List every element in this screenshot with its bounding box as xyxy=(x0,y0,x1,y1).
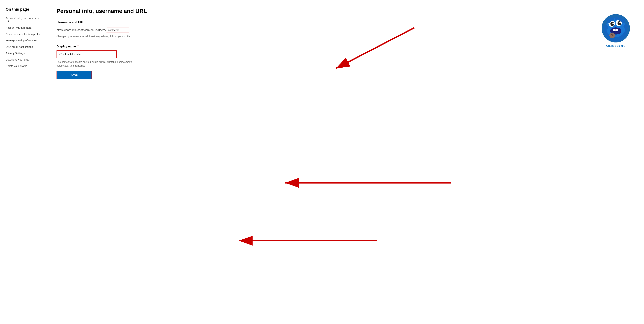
avatar-circle xyxy=(602,14,630,43)
sidebar-item-personal-info[interactable]: Personal info, username and URL xyxy=(6,17,42,23)
page-heading: Personal info, username and URL xyxy=(56,8,634,14)
sidebar-item-download-data[interactable]: Download your data xyxy=(6,58,42,61)
sidebar-item-account-management[interactable]: Account Management xyxy=(6,26,42,29)
sidebar-item-connected-cert[interactable]: Connected certification profile xyxy=(6,33,42,36)
sidebar-link-privacy-settings[interactable]: Privacy Settings xyxy=(6,52,25,55)
svg-rect-9 xyxy=(613,29,616,31)
change-picture-link[interactable]: Change picture xyxy=(606,44,626,47)
svg-point-21 xyxy=(624,24,628,29)
save-button[interactable]: Save xyxy=(56,71,92,79)
sidebar-item-email-prefs[interactable]: Manage email preferences xyxy=(6,39,42,42)
display-name-hint: The name that appears on your public pro… xyxy=(56,60,141,68)
sidebar-link-connected-cert[interactable]: Connected certification profile xyxy=(6,33,41,36)
avatar-image xyxy=(602,15,629,42)
svg-point-11 xyxy=(610,33,615,38)
display-name-input[interactable] xyxy=(56,50,116,58)
svg-point-13 xyxy=(612,35,614,36)
svg-point-7 xyxy=(620,22,621,23)
svg-point-16 xyxy=(610,17,614,21)
sidebar: On this page Personal info, username and… xyxy=(0,0,46,324)
main-content: Personal info, username and URL Username… xyxy=(46,0,644,324)
sidebar-item-qa-notifications[interactable]: Q&A email notifications xyxy=(6,45,42,49)
svg-point-4 xyxy=(610,22,614,26)
svg-point-20 xyxy=(603,25,608,30)
username-hint: Changing your username will break any ex… xyxy=(56,35,145,38)
avatar-area: Change picture xyxy=(602,14,630,47)
username-input[interactable] xyxy=(106,27,129,33)
svg-point-14 xyxy=(612,34,613,35)
sidebar-item-delete-profile[interactable]: Delete your profile xyxy=(6,64,42,68)
username-section-label: Username and URL xyxy=(56,21,634,24)
svg-point-5 xyxy=(618,21,622,25)
svg-point-15 xyxy=(606,19,611,23)
username-section: Username and URL https://learn.microsoft… xyxy=(56,21,634,38)
sidebar-nav: Personal info, username and URL Account … xyxy=(6,17,42,68)
sidebar-link-personal-info[interactable]: Personal info, username and URL xyxy=(6,17,40,23)
svg-point-19 xyxy=(621,19,626,23)
sidebar-link-account-management[interactable]: Account Management xyxy=(6,26,32,29)
url-prefix: https://learn.microsoft.com/en-us/users/ xyxy=(56,29,106,32)
sidebar-title: On this page xyxy=(6,7,42,12)
url-row: https://learn.microsoft.com/en-us/users/ xyxy=(56,27,634,33)
sidebar-link-download-data[interactable]: Download your data xyxy=(6,58,29,61)
svg-point-6 xyxy=(612,23,614,24)
svg-rect-10 xyxy=(616,29,618,31)
sidebar-link-qa-notifications[interactable]: Q&A email notifications xyxy=(6,45,33,48)
display-name-label: Display name * xyxy=(56,45,634,48)
sidebar-item-privacy-settings[interactable]: Privacy Settings xyxy=(6,52,42,55)
display-name-section: Display name * The name that appears on … xyxy=(56,45,634,79)
svg-point-17 xyxy=(614,17,618,20)
display-name-input-wrap xyxy=(56,50,116,58)
sidebar-link-delete-profile[interactable]: Delete your profile xyxy=(6,64,27,67)
sidebar-link-email-prefs[interactable]: Manage email preferences xyxy=(6,39,37,42)
